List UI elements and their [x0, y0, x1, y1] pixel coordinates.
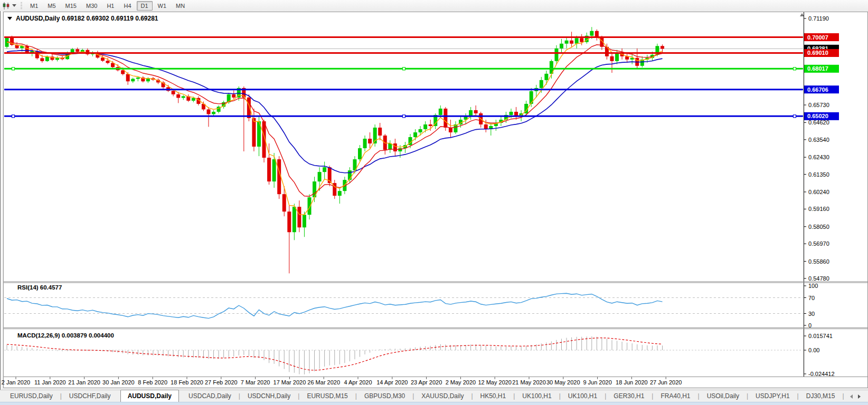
bottom-tab-USDJPY-H1[interactable]: USDJPY,H1 [749, 391, 796, 402]
chart-tabs: EURUSD,Daily|USDCHF,Daily|AUDUSD,Daily|U… [3, 390, 845, 402]
bottom-tab-USDCNH-Daily[interactable]: USDCNH,Daily [241, 391, 297, 402]
candle-body [297, 207, 301, 227]
price-tick-label: 0.62430 [808, 154, 829, 160]
price-tick-label: 0.64620 [808, 119, 829, 126]
toolbar-grip [21, 2, 22, 9]
time-tick-label: 9 Jun 2020 [583, 379, 611, 385]
rsi-scale-label: 70 [808, 295, 815, 301]
timeframe-button-MN[interactable]: MN [172, 1, 189, 11]
bottom-tab-USDCHF-Daily[interactable]: USDCHF,Daily [62, 391, 118, 402]
bottom-tab-HK50-H1[interactable]: HK50,H1 [474, 391, 513, 402]
timeframe-button-M1[interactable]: M1 [26, 1, 42, 11]
price-tick-label: 0.65730 [808, 102, 829, 108]
candle-body [182, 97, 185, 98]
bottom-tab-DJ30-M15[interactable]: DJ30,M15 [799, 391, 842, 402]
time-tick-label: 27 Feb 2020 [205, 379, 238, 385]
candle-body [25, 46, 29, 53]
candle-body [544, 74, 548, 80]
candle-body [429, 124, 432, 126]
bottom-tab-FRA40-H1[interactable]: FRA40,H1 [654, 391, 697, 402]
time-tick-label: 4 Apr 2020 [344, 379, 372, 385]
bottom-tab-GER30-H1[interactable]: GER30,H1 [607, 391, 651, 402]
timeframe-button-M15[interactable]: M15 [61, 1, 81, 11]
macd-scale-label: 0.00 [808, 347, 819, 353]
rsi-scale-label: 30 [808, 311, 815, 317]
timeframe-buttons: M1M5M15M30H1H4D1W1MN [25, 1, 190, 11]
chart-area: AUDUSD,Daily 0.69182 0.69302 0.69119 0.6… [0, 11, 868, 390]
candle-body [303, 215, 306, 227]
candlestick-chart-icon-svg [2, 2, 11, 10]
time-tick-label: 21 May 2020 [512, 379, 546, 385]
candle-body [378, 128, 382, 136]
tab-scroll-arrows [850, 394, 868, 402]
candle-body [106, 61, 110, 63]
timeframe-button-M5[interactable]: M5 [43, 1, 60, 11]
tab-scroll-left-icon[interactable] [850, 394, 853, 399]
level-drag-handle[interactable] [794, 68, 796, 70]
time-tick-label: 30 May 2020 [546, 379, 580, 385]
candle-body [580, 38, 583, 42]
time-tick-label: 2 May 2020 [446, 379, 476, 385]
bottom-tab-UK100-H1[interactable]: UK100,H1 [561, 391, 604, 402]
candle-body [293, 207, 296, 232]
candle-body [232, 94, 235, 98]
candle-body [368, 139, 372, 143]
time-tick-label: 23 Apr 2020 [411, 379, 442, 385]
price-tick-label: 0.60240 [808, 189, 829, 195]
bottom-tab-AUDUSD-Daily[interactable]: AUDUSD,Daily [120, 390, 179, 402]
price-tick-label: 0.61350 [808, 171, 829, 178]
bottom-tab-EURUSD-Daily[interactable]: EURUSD,Daily [3, 391, 60, 402]
timeframe-button-H4[interactable]: H4 [119, 1, 135, 11]
candle-body [530, 91, 533, 104]
candle-body [423, 124, 427, 129]
candle-body [126, 74, 130, 81]
candle-body [267, 158, 271, 181]
level-drag-handle[interactable] [794, 115, 796, 118]
bottom-tab-EURUSD-M15[interactable]: EURUSD,M15 [300, 391, 354, 402]
bottom-tab-USDCAD-Daily[interactable]: USDCAD,Daily [182, 391, 238, 402]
candle-body [615, 53, 619, 61]
timeframe-button-M30[interactable]: M30 [82, 1, 101, 11]
candle-body [45, 56, 49, 61]
price-tick-label: 0.63540 [808, 137, 829, 143]
bottom-tab-XAUUSD-Daily[interactable]: XAUUSD,Daily [414, 391, 470, 402]
timeframe-toolbar: M1M5M15M30H1H4D1W1MN [0, 0, 868, 12]
level-drag-handle[interactable] [12, 115, 15, 118]
bottom-tab-USOil-Daily[interactable]: USOil,Daily [700, 391, 746, 402]
chevron-down-icon[interactable] [12, 4, 16, 7]
level-drag-handle[interactable] [12, 68, 15, 70]
candle-body [247, 98, 251, 118]
level-drag-handle[interactable] [403, 115, 405, 118]
level-price-label: 0.69010 [807, 50, 828, 56]
price-tick-label: 0.59160 [808, 206, 829, 212]
candle-body [363, 139, 367, 148]
candle-body [121, 70, 125, 74]
level-price-label: 0.70007 [807, 34, 828, 41]
candle-body [449, 128, 452, 132]
rsi-scale-label: 100 [808, 283, 818, 289]
timeframe-button-W1[interactable]: W1 [154, 1, 171, 11]
time-tick-label: 11 Jan 2020 [34, 379, 66, 385]
candle-body [272, 159, 276, 181]
bottom-tab-UK100-H1[interactable]: UK100,H1 [515, 391, 558, 402]
status-strip [0, 402, 868, 405]
time-tick-label: 21 Jan 2020 [68, 379, 100, 385]
terminal-window: M1M5M15M30H1H4D1W1MN AUDUSD,Daily 0.6918… [0, 0, 868, 405]
time-tick-label: 18 Feb 2020 [171, 379, 203, 385]
candle-body [484, 124, 488, 129]
level-price-label: 0.68017 [807, 65, 828, 72]
level-drag-handle[interactable] [403, 68, 405, 70]
candle-body [308, 197, 312, 215]
candlestick-chart-icon[interactable] [2, 2, 11, 10]
price-tick-label: 0.71190 [808, 15, 829, 22]
bottom-tab-GBPUSD-M30[interactable]: GBPUSD,M30 [357, 391, 412, 402]
candle-body [323, 167, 326, 172]
candle-body [131, 79, 135, 81]
candle-body [71, 49, 74, 53]
candle-body [207, 109, 211, 114]
candle-body [172, 91, 175, 94]
macd-scale-label: -0.024412 [808, 371, 835, 377]
timeframe-button-D1[interactable]: D1 [137, 1, 153, 11]
tab-scroll-right-icon[interactable] [858, 394, 861, 399]
timeframe-button-H1[interactable]: H1 [102, 1, 118, 11]
